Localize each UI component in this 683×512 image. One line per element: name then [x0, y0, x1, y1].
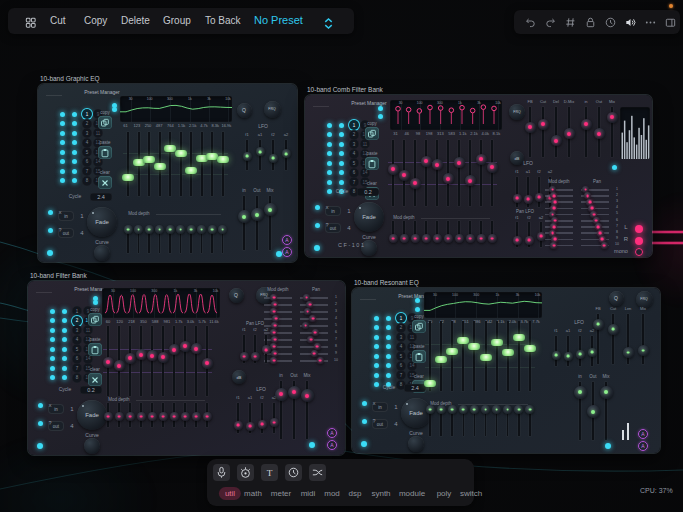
patch-port[interactable]	[327, 132, 332, 137]
patch-port[interactable]	[339, 180, 344, 185]
patch-port[interactable]	[62, 337, 67, 342]
patch-port[interactable]	[386, 316, 391, 321]
band-8-slider[interactable]	[469, 140, 471, 206]
band-9-slider[interactable]	[480, 140, 482, 206]
mod-depth-1-stem[interactable]	[429, 414, 431, 436]
mod-depth-3-knob[interactable]	[448, 405, 457, 414]
preset-1-button[interactable]: 1	[72, 306, 82, 316]
x-port[interactable]	[48, 210, 53, 215]
preset-2-button[interactable]: 2	[72, 316, 82, 326]
mod-depth-6-stem[interactable]	[485, 414, 487, 436]
D-Mix-knob[interactable]	[564, 128, 575, 139]
mod-depth-row-1[interactable]	[264, 297, 292, 299]
resonant-eq-module[interactable]: Preset Manager19210311412513614715816cop…	[352, 288, 660, 453]
bottom-right-port[interactable]	[276, 251, 282, 257]
mod-depth-1-knob[interactable]	[124, 225, 133, 234]
patch-port[interactable]	[72, 159, 77, 164]
menu-item-to-back[interactable]: To Back	[205, 15, 241, 26]
grid-menu-icon[interactable]	[24, 15, 37, 28]
pan-row-9-handle[interactable]	[311, 350, 318, 357]
patch-port[interactable]	[50, 347, 55, 352]
help-port[interactable]	[48, 228, 53, 233]
mod-depth-10-stem[interactable]	[529, 414, 531, 436]
mod-depth-10-stem[interactable]	[222, 233, 224, 253]
band-7-slider[interactable]	[496, 321, 498, 391]
patch-port[interactable]	[62, 356, 67, 361]
patch-port[interactable]	[72, 178, 77, 183]
io-out-slider-knob[interactable]	[288, 386, 301, 399]
patch-port[interactable]	[339, 151, 344, 156]
mod-depth-9-knob[interactable]	[192, 412, 201, 421]
patch-port[interactable]	[339, 132, 344, 137]
mod-depth-row-8-handle[interactable]	[270, 343, 277, 350]
copy-button[interactable]	[365, 127, 379, 140]
comb-filter-bank-bottom-left-port[interactable]	[314, 245, 320, 251]
mod-depth-5-knob[interactable]	[433, 234, 442, 243]
band-8-slider-handle[interactable]	[465, 175, 476, 186]
mod-depth-2-stem[interactable]	[138, 233, 140, 253]
filter-bank-module[interactable]: Preset Manager19210311412513614715816cop…	[28, 281, 345, 455]
paste-button[interactable]	[412, 350, 426, 363]
band-1-slider-handle[interactable]	[103, 357, 114, 368]
comb-filter-bank-display-input-port[interactable]	[378, 106, 383, 111]
tab-math[interactable]: math	[244, 489, 262, 498]
pan-row-10-handle[interactable]	[317, 357, 324, 364]
mod-depth-3-knob[interactable]	[126, 412, 135, 421]
lfo-knob-3-knob[interactable]	[282, 149, 291, 158]
paste-button[interactable]	[88, 343, 102, 356]
patch-port[interactable]	[327, 161, 332, 166]
pan-lfo-knob-1-knob[interactable]	[525, 236, 534, 245]
patch-port[interactable]	[50, 337, 55, 342]
fade-knob[interactable]: Fade	[87, 207, 117, 237]
speaker-icon[interactable]	[624, 15, 637, 28]
circled-a-badge[interactable]: A	[282, 247, 292, 257]
io-out-slider[interactable]	[256, 196, 258, 250]
preset-8-button[interactable]: 8	[72, 373, 82, 383]
menu-item-copy[interactable]: Copy	[84, 15, 107, 26]
band-3-slider-handle[interactable]	[125, 353, 136, 364]
tab-dsp[interactable]: dsp	[349, 489, 362, 498]
fade-knob[interactable]: Fade	[354, 202, 384, 232]
mod-depth-3-knob[interactable]	[411, 234, 420, 243]
mic-tool-button[interactable]	[213, 464, 230, 481]
curve-knob[interactable]	[94, 245, 110, 261]
band-6-slider-handle[interactable]	[158, 352, 169, 363]
mod-depth-4-stem[interactable]	[463, 414, 465, 436]
Mix-slider[interactable]	[642, 314, 644, 364]
lfo-knob-2-knob[interactable]	[258, 420, 267, 429]
io-knob[interactable]	[594, 128, 605, 139]
mod-depth-4-knob[interactable]	[422, 234, 431, 243]
patch-port[interactable]	[374, 363, 379, 368]
band-4-slider-handle[interactable]	[457, 337, 469, 344]
patch-port[interactable]	[50, 328, 55, 333]
mod-depth-1-knob[interactable]	[389, 234, 398, 243]
mod-depth-6-knob[interactable]	[444, 234, 453, 243]
band-3-slider[interactable]	[451, 321, 453, 391]
preset-2-button[interactable]: 2	[396, 323, 406, 333]
preset-4-button[interactable]: 4	[349, 149, 359, 159]
band-9-slider-handle[interactable]	[191, 343, 202, 354]
band-6-slider-handle[interactable]	[480, 354, 492, 361]
patch-port[interactable]	[62, 347, 67, 352]
io-slider[interactable]	[585, 107, 587, 157]
patch-port[interactable]	[60, 150, 65, 155]
band-3-slider-handle[interactable]	[143, 156, 155, 163]
patch-port[interactable]	[50, 318, 55, 323]
mod-depth-6-knob[interactable]	[176, 225, 185, 234]
mod-depth-10-knob[interactable]	[488, 234, 497, 243]
Del-slider[interactable]	[555, 107, 557, 157]
band-4-slider-handle[interactable]	[154, 163, 166, 170]
patch-port[interactable]	[72, 140, 77, 145]
patch-port[interactable]	[72, 169, 77, 174]
patch-port[interactable]	[386, 354, 391, 359]
preset-7-button[interactable]: 7	[82, 166, 92, 176]
patch-port[interactable]	[62, 366, 67, 371]
preset-4-button[interactable]: 4	[72, 335, 82, 345]
band-8-slider[interactable]	[184, 326, 186, 396]
patch-port[interactable]	[374, 316, 379, 321]
preset-stepper-icon[interactable]	[322, 16, 332, 28]
preset-5-button[interactable]: 5	[72, 344, 82, 354]
band-3-slider[interactable]	[414, 140, 416, 206]
mod-depth-6-knob[interactable]	[481, 405, 490, 414]
tab-synth[interactable]: synth	[371, 489, 390, 498]
